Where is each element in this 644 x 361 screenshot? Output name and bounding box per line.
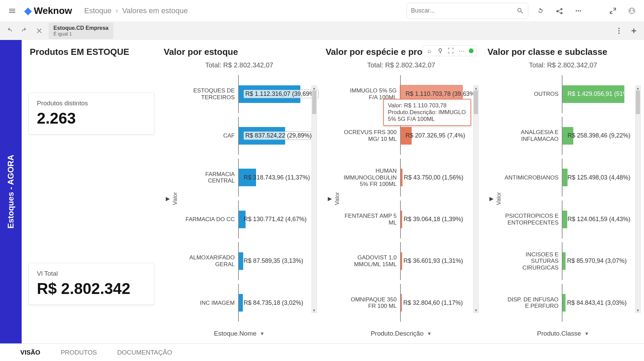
chart-row[interactable]: ANALGESIA E INFLAMACAO R$ 258.398,46 (9,… [504, 124, 631, 148]
fullscreen-icon[interactable]: ⛶ [447, 47, 455, 55]
chart-row[interactable]: ESTOQUES DE TERCEIROS R$ 1.112.316,07 (3… [181, 82, 307, 106]
filter-icon[interactable]: ⚲ [436, 47, 444, 55]
scroll-down-icon[interactable]: ▼ [474, 308, 478, 313]
chart-row[interactable]: DISP. DE INFUSAO E PERFURO R$ 84.843,41 … [504, 291, 631, 315]
kpi-panel: Produtos EM ESTOQUE Produtos distintos 2… [27, 45, 156, 339]
more-icon[interactable] [572, 4, 585, 18]
chart-scrollbar[interactable]: ▲ ▼ [473, 85, 479, 313]
side-rail[interactable]: Estoques - AGORA [0, 40, 22, 343]
svg-point-0 [576, 10, 577, 12]
scroll-thumb[interactable] [636, 90, 640, 114]
chart-bar-value: R$ 32.804,60 (1,17%) [403, 299, 463, 306]
share-icon[interactable] [553, 4, 566, 18]
chart-xlabel[interactable]: Produto.Descrição ▼ [323, 326, 480, 339]
chart-row-label: GADOVIST 1,0 MMOL/ML 15ML [343, 254, 400, 268]
chart-row[interactable]: GADOVIST 1,0 MMOL/ML 15ML R$ 36.601,93 (… [343, 249, 469, 273]
expand-axis-icon[interactable]: ▶ [326, 73, 334, 324]
filter-chip[interactable]: Estoque.CD Empresa É igual 1 [49, 23, 113, 39]
chart-bar[interactable] [238, 294, 243, 312]
more-vertical-icon[interactable] [613, 25, 625, 37]
chart-xlabel[interactable]: Produto.Classe ▼ [485, 326, 641, 339]
chart-bar-value: R$ 84.735,18 (3,02%) [244, 299, 303, 306]
breadcrumb-item[interactable]: Estoque [84, 6, 112, 15]
brand-text: Weknow [34, 5, 72, 16]
chart-bar-value: R$ 258.398,46 (9,22%) [568, 132, 630, 139]
brand-logo[interactable]: ◆ Weknow [24, 5, 72, 16]
chart-scrollbar[interactable]: ▲ ▼ [635, 85, 641, 313]
more-icon[interactable]: ⋯ [458, 47, 465, 55]
chart-ylabel: Valor [496, 192, 502, 205]
scroll-thumb[interactable] [474, 90, 478, 114]
chart-panel: Valor por estoque Total: R$ 2.802.342,07… [161, 45, 318, 339]
chart-row[interactable]: CAF R$ 837.524,22 (29,89%) [181, 124, 307, 148]
scroll-down-icon[interactable]: ▼ [636, 308, 640, 313]
scroll-down-icon[interactable]: ▼ [312, 308, 317, 313]
side-rail-label: Estoques - AGORA [6, 155, 16, 229]
close-icon[interactable] [34, 25, 45, 36]
redo-icon[interactable] [19, 25, 30, 36]
undo-icon[interactable] [4, 25, 15, 36]
chart-bar[interactable] [562, 169, 567, 186]
chart-baseline [238, 284, 239, 322]
chart-row[interactable]: FENTANEST AMP 5 ML R$ 39.064,18 (1,39%) [343, 207, 469, 232]
chart-row[interactable]: ANTIMICROBIANOS R$ 125.498,03 (4,48%) [504, 165, 631, 190]
chart-baseline [562, 200, 562, 238]
kpi-label: Vl Total [37, 270, 146, 277]
chart-row-label: OMNIPAQUE 350 FR 100 ML [343, 296, 400, 310]
scroll-up-icon[interactable]: ▲ [474, 86, 478, 90]
chart-row[interactable]: INC IMAGEM R$ 84.735,18 (3,02%) [181, 291, 307, 315]
filter-chip-sub: É igual 1 [53, 31, 109, 37]
menu-icon[interactable] [5, 4, 19, 18]
chart-row[interactable]: FARMACIA DO CC R$ 130.771,42 (4,67%) [181, 207, 307, 232]
chevron-down-icon: ▼ [584, 331, 589, 336]
kpi-card: Vl Total R$ 2.802.342 [28, 263, 154, 305]
kpi-card: Produtos distintos 2.263 [28, 92, 154, 134]
chart-row[interactable]: FARMACIA CENTRAL R$ 318.743,96 (11,37%) [181, 165, 307, 190]
chart-row-label: OUTROS [504, 91, 562, 98]
search-box[interactable] [407, 3, 528, 19]
chart-row[interactable]: INCISOES E SUTURAS CIRURGICAS R$ 85.970,… [504, 249, 631, 273]
account-icon[interactable] [625, 4, 639, 18]
chart-title: Valor por estoque [161, 45, 318, 61]
expand-axis-icon[interactable]: ▶ [164, 73, 172, 324]
chart-row[interactable]: HUMAN IMMUNOGLOBULIN 5% FR 100ML R$ 43.7… [343, 165, 469, 190]
chart-ylabel: Valor [334, 192, 341, 205]
search-icon [516, 7, 524, 15]
kpi-value: 2.263 [37, 109, 146, 127]
chart-row-label: FENTANEST AMP 5 ML [343, 213, 400, 226]
chart-row[interactable]: OMNIPAQUE 350 FR 100 ML R$ 32.804,60 (1,… [343, 291, 469, 315]
expand-axis-icon[interactable]: ▶ [487, 73, 496, 324]
chart-row-label: HUMAN IMMUNOGLOBULIN 5% FR 100ML [343, 168, 400, 188]
inspect-icon[interactable]: ⌕ [426, 47, 433, 55]
tab-visao[interactable]: VISÃO [20, 349, 40, 356]
kpi-label: Produtos distintos [37, 100, 146, 107]
chart-bar-value: R$ 87.589,35 (3,13%) [244, 257, 303, 264]
chart-row[interactable]: OCREVUS FRS 300 MG/ 10 ML R$ 207.326,95 … [343, 124, 469, 148]
tab-documentacao[interactable]: DOCUMENTAÇÃO [117, 349, 172, 356]
svg-point-1 [578, 10, 579, 12]
scroll-up-icon[interactable]: ▲ [312, 86, 317, 90]
chart-row-label: PSICOTROPICOS E ENTORPECENTES [504, 213, 562, 226]
chart-bar[interactable] [238, 252, 243, 270]
chart-baseline [400, 242, 401, 280]
chart-bar[interactable] [562, 211, 567, 228]
scroll-up-icon[interactable]: ▲ [636, 86, 640, 90]
chart-baseline [400, 284, 401, 322]
breadcrumb-item[interactable]: Valores em estoque [122, 6, 188, 15]
chart-scrollbar[interactable]: ▲ ▼ [312, 85, 317, 313]
dashboard-content: Produtos EM ESTOQUE Produtos distintos 2… [22, 40, 644, 343]
refresh-icon[interactable] [534, 4, 547, 18]
chart-row-label: ESTOQUES DE TERCEIROS [181, 87, 238, 101]
chart-baseline [562, 158, 562, 196]
search-input[interactable] [411, 7, 516, 14]
chart-row[interactable]: ALMOXARIFADO GERAL R$ 87.589,35 (3,13%) [181, 249, 307, 273]
chart-row[interactable]: OUTROS R$ 1.429.056,91 (51%) [504, 82, 631, 106]
chart-row[interactable]: PSICOTROPICOS E ENTORPECENTES R$ 124.061… [504, 207, 631, 232]
tab-produtos[interactable]: PRODUTOS [61, 349, 97, 356]
add-icon[interactable] [628, 25, 640, 37]
chart-row-label: CAF [181, 132, 238, 139]
collapse-icon[interactable] [606, 4, 620, 18]
scroll-thumb[interactable] [312, 90, 316, 114]
chart-xlabel[interactable]: Estoque.Nome ▼ [161, 326, 318, 339]
chart-baseline [238, 117, 239, 155]
